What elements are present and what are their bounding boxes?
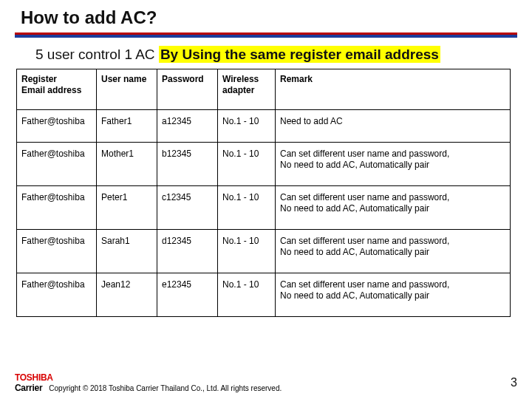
cell-password: b12345 (157, 143, 218, 186)
th-password: Password (157, 69, 218, 110)
cell-wireless: No.1 - 10 (218, 230, 276, 273)
slide-title: How to add AC? (0, 0, 532, 33)
table-row: Father@toshiba Sarah1 d12345 No.1 - 10 C… (17, 230, 511, 273)
footer: TOSHIBA Carrier Copyright © 2018 Toshiba… (15, 372, 517, 393)
cell-remark: Need to add AC (276, 110, 511, 143)
user-table: RegisterEmail address User name Password… (16, 69, 511, 317)
table-row: Father@toshiba Peter1 c12345 No.1 - 10 C… (17, 186, 511, 230)
cell-email: Father@toshiba (17, 110, 97, 143)
cell-wireless: No.1 - 10 (218, 143, 276, 186)
table-row: Father@toshiba Father1 a12345 No.1 - 10 … (17, 110, 511, 143)
brand-carrier: Carrier (15, 383, 42, 393)
cell-username: Father1 (97, 110, 157, 143)
th-username: User name (97, 69, 157, 110)
divider (0, 33, 532, 38)
subtitle-left: 5 user control 1 AC (35, 47, 159, 62)
brand-logo: TOSHIBA Carrier (15, 372, 53, 393)
table-row: Father@toshiba Mother1 b12345 No.1 - 10 … (17, 143, 511, 186)
cell-remark: Can set different user name and password… (276, 143, 511, 186)
table-row: Father@toshiba Jean12 e12345 No.1 - 10 C… (17, 273, 511, 317)
cell-password: a12345 (157, 110, 218, 143)
cell-email: Father@toshiba (17, 186, 97, 230)
cell-email: Father@toshiba (17, 143, 97, 186)
cell-username: Jean12 (97, 273, 157, 317)
subtitle: 5 user control 1 AC By Using the same re… (0, 38, 532, 69)
cell-email: Father@toshiba (17, 230, 97, 273)
cell-wireless: No.1 - 10 (218, 186, 276, 230)
table-header-row: RegisterEmail address User name Password… (17, 69, 511, 110)
th-wireless: Wireless adapter (218, 69, 276, 110)
cell-wireless: No.1 - 10 (218, 110, 276, 143)
brand-toshiba: TOSHIBA (15, 372, 53, 383)
cell-wireless: No.1 - 10 (218, 273, 276, 317)
cell-remark: Can set different user name and password… (276, 230, 511, 273)
copyright-text: Copyright © 2018 Toshiba Carrier Thailan… (49, 384, 282, 392)
cell-email: Father@toshiba (17, 273, 97, 317)
cell-username: Sarah1 (97, 230, 157, 273)
cell-username: Mother1 (97, 143, 157, 186)
th-email: RegisterEmail address (17, 69, 97, 110)
cell-password: c12345 (157, 186, 218, 230)
cell-password: e12345 (157, 273, 218, 317)
subtitle-highlight: By Using the same register email address (159, 46, 440, 63)
th-remark: Remark (276, 69, 511, 110)
cell-password: d12345 (157, 230, 218, 273)
page-number: 3 (511, 376, 517, 389)
cell-remark: Can set different user name and password… (276, 186, 511, 230)
cell-remark: Can set different user name and password… (276, 273, 511, 317)
cell-username: Peter1 (97, 186, 157, 230)
